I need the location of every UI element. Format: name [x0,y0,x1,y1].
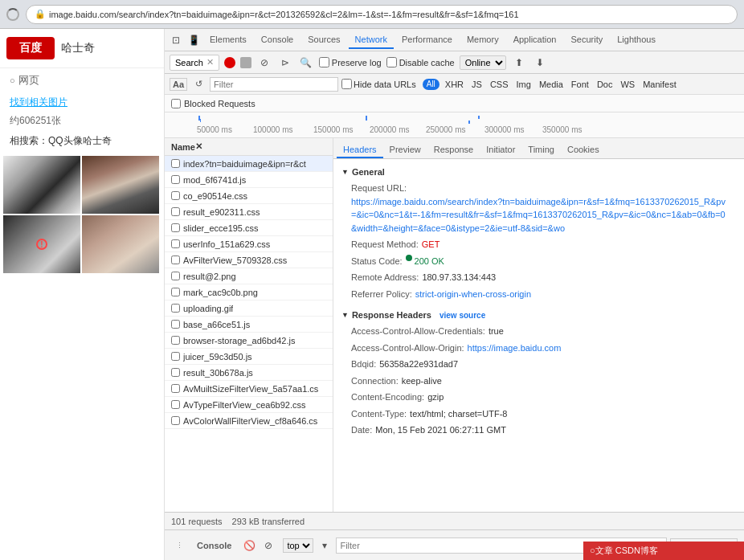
filter-js[interactable]: JS [469,79,484,90]
req-checkbox-9[interactable] [171,304,180,313]
view-source-link[interactable]: view source [439,311,485,320]
req-checkbox-7[interactable] [171,272,180,280]
filter-media[interactable]: Media [537,79,566,90]
disable-cache-input[interactable] [386,57,397,67]
request-item-13[interactable]: result_30b678a.js [165,365,333,381]
preserve-log-checkbox[interactable]: Preserve log [319,57,382,67]
baidu-image-2[interactable] [82,156,159,214]
hide-data-urls-checkbox[interactable] [341,79,352,89]
device-toggle-btn[interactable]: 📱 [186,32,202,48]
baidu-find-images-link[interactable]: 找到相关图片 [0,92,164,112]
tab-application[interactable]: Application [507,31,563,49]
detail-tab-headers[interactable]: Headers [337,142,383,158]
req-checkbox-14[interactable] [171,384,180,393]
tab-elements[interactable]: Elements [203,31,253,49]
req-checkbox-15[interactable] [171,400,180,409]
request-item-11[interactable]: browser-storage_ad6bd42.js [165,333,333,349]
tab-console[interactable]: Console [255,31,300,49]
request-item-15[interactable]: AvTypeFilterView_cea6b92.css [165,397,333,413]
filter-ws[interactable]: WS [618,79,637,90]
filter-manifest[interactable]: Manifest [640,79,679,90]
request-item-6[interactable]: AvFilterView_5709328.css [165,252,333,268]
console-clear-btn[interactable]: 🚫 [241,538,257,554]
filter-xhr[interactable]: XHR [443,79,466,90]
request-item-5[interactable]: userInfo_151a629.css [165,236,333,252]
filter-input[interactable] [210,77,338,92]
detail-tab-cookies[interactable]: Cookies [561,142,606,158]
request-item-9[interactable]: uploading.gif [165,300,333,317]
request-item-8[interactable]: mark_cac9c0b.png [165,284,333,300]
preserve-log-input[interactable] [319,57,329,67]
tab-memory[interactable]: Memory [460,31,505,49]
blocked-requests-checkbox[interactable] [171,99,181,108]
baidu-image-3[interactable]: ! [3,215,80,273]
detail-tab-initiator[interactable]: Initiator [480,142,521,158]
filter-img[interactable]: Img [514,79,533,90]
import-icon[interactable]: ⬆ [511,55,527,71]
req-checkbox-2[interactable] [171,191,180,200]
req-checkbox-13[interactable] [171,368,180,377]
tab-performance[interactable]: Performance [395,31,459,49]
aa-button[interactable]: Aa [170,78,187,91]
request-item-1[interactable]: mod_6f6741d.js [165,172,333,188]
address-bar[interactable]: 🔒 image.baidu.com/search/index?tn=baidui… [26,5,738,24]
search-icon[interactable]: 🔍 [298,55,314,71]
request-item-10[interactable]: base_a66ce51.js [165,317,333,333]
filter-font[interactable]: Font [569,79,591,90]
filter-css[interactable]: CSS [488,79,511,90]
req-checkbox-6[interactable] [171,255,180,264]
request-item-0[interactable]: index?tn=baiduimage&ipn=r&ct [165,156,333,172]
req-checkbox-0[interactable] [171,159,180,168]
response-headers-section-title[interactable]: ▼ Response Headers view source [341,307,736,323]
req-name-16: AvColorWallFilterView_cf8a646.cs [183,416,317,426]
baidu-image-4[interactable] [82,215,159,273]
baidu-image-1[interactable] [3,156,80,214]
tab-network[interactable]: Network [349,31,394,49]
request-item-7[interactable]: result@2.png [165,268,333,284]
request-item-3[interactable]: result_e902311.css [165,204,333,220]
export-icon[interactable]: ⬇ [532,55,548,71]
detail-tab-preview[interactable]: Preview [383,142,427,158]
req-checkbox-5[interactable] [171,239,180,248]
req-checkbox-1[interactable] [171,175,180,184]
req-checkbox-12[interactable] [171,352,180,361]
filter-all[interactable]: All [423,79,439,90]
console-filter-icon[interactable]: ▾ [317,538,333,554]
filter-doc[interactable]: Doc [595,79,615,90]
request-item-16[interactable]: AvColorWallFilterView_cf8a646.cs [165,413,333,429]
clear-log-icon[interactable]: ⊘ [256,55,272,71]
general-section-title[interactable]: ▼ General [341,164,736,180]
request-item-4[interactable]: slider_ecce195.css [165,220,333,236]
baidu-search-type[interactable]: ○ 网页 [0,68,164,92]
req-checkbox-16[interactable] [171,416,180,425]
request-item-12[interactable]: juicer_59c3d50.js [165,349,333,365]
throttle-select[interactable]: Online [460,55,506,70]
filter-icon-btn[interactable]: ⊳ [277,55,293,71]
console-drag-handle[interactable]: ⋮ [171,538,187,554]
close-search-icon[interactable]: ✕ [206,57,214,67]
console-tab-label[interactable]: Console [194,539,235,552]
blocked-requests-bar: Blocked Requests [165,95,744,112]
console-context-select[interactable]: top [283,538,313,553]
tab-sources[interactable]: Sources [301,31,346,49]
req-checkbox-8[interactable] [171,288,180,296]
close-detail-btn[interactable]: ✕ [195,141,202,152]
request-item-2[interactable]: co_e90514e.css [165,188,333,204]
detail-tab-response[interactable]: Response [427,142,480,158]
req-checkbox-10[interactable] [171,320,180,329]
record-button[interactable] [224,57,235,68]
request-item-14[interactable]: AvMuiltSizeFilterView_5a57aa1.cs [165,381,333,397]
console-stop-btn[interactable]: ⊘ [260,538,276,554]
search-tab[interactable]: Search ✕ [170,55,219,71]
hide-data-urls-label[interactable]: Hide data URLs [341,79,416,89]
inspect-element-btn[interactable]: ⊡ [168,32,184,48]
detail-tab-timing[interactable]: Timing [521,142,561,158]
stop-button[interactable] [240,57,251,68]
refresh-filter-icon[interactable]: ↺ [190,76,206,92]
req-checkbox-11[interactable] [171,336,180,345]
req-checkbox-4[interactable] [171,223,180,232]
tab-security[interactable]: Security [564,31,609,49]
req-checkbox-3[interactable] [171,207,180,216]
tab-lighthouse[interactable]: Lighthous [611,31,662,49]
disable-cache-checkbox[interactable]: Disable cache [386,57,455,67]
